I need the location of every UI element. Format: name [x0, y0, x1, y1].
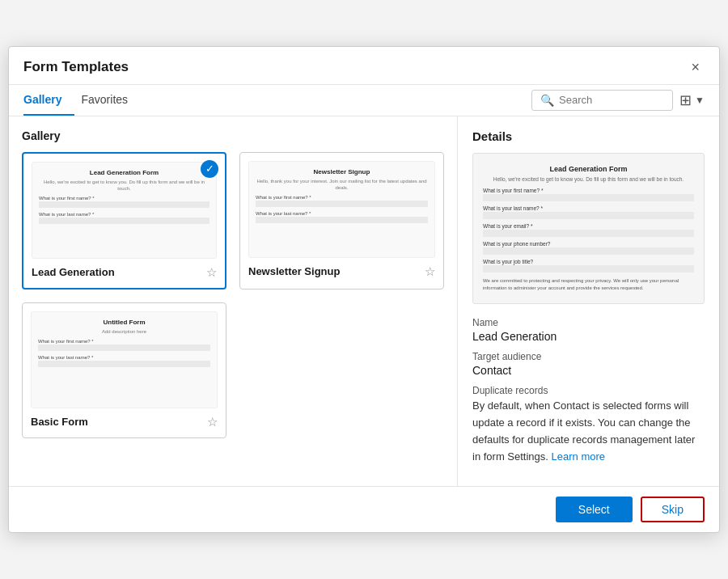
- dialog-header: Form Templates ×: [9, 47, 719, 85]
- search-input[interactable]: [559, 94, 664, 106]
- details-field-group-4: What is your job title?: [483, 259, 694, 273]
- card-name-lead: Lead Generation: [32, 266, 115, 278]
- preview-field-label-fn: What is your first name? *: [39, 196, 210, 201]
- details-form-preview: Lead Generation Form Hello, we're excite…: [472, 153, 705, 305]
- details-field-group-3: What is your phone number?: [483, 241, 694, 255]
- meta-name: Name Lead Generation: [472, 317, 705, 343]
- learn-more-link[interactable]: Learn more: [552, 450, 605, 463]
- details-field-input-3: [483, 247, 694, 255]
- details-privacy-text: We are committed to protecting and respe…: [483, 277, 694, 292]
- preview-title-newsletter: Newsletter Signup: [256, 168, 428, 175]
- search-icon: 🔍: [540, 94, 554, 107]
- details-field-input-0: [483, 194, 694, 201]
- preview-desc-basic: Add description here: [38, 328, 210, 335]
- details-panel: Details Lead Generation Form Hello, we'r…: [458, 116, 719, 487]
- tabs-left: Gallery Favorites: [23, 85, 147, 116]
- card-preview-basic: Untitled Form Add description here What …: [31, 311, 218, 408]
- preview-field-input-b-fn: [38, 344, 210, 351]
- favorite-star-basic[interactable]: ☆: [207, 415, 218, 429]
- details-field-group-2: What is your email? *: [483, 223, 694, 237]
- tab-favorites[interactable]: Favorites: [81, 85, 141, 116]
- meta-duplicate-records-label: Duplicate records: [472, 385, 705, 396]
- preview-field-input-fn: [39, 201, 210, 208]
- preview-title-lead: Lead Generation Form: [39, 169, 210, 176]
- main-content: Gallery ✓ Lead Generation Form Hello, we…: [9, 116, 719, 487]
- preview-field-input-n-fn: [256, 201, 428, 207]
- details-field-input-4: [483, 265, 694, 273]
- chevron-down-icon: ▼: [695, 95, 705, 106]
- duplicate-records-desc: By default, when Contact is selected for…: [472, 398, 705, 465]
- preview-field-label-ln: What is your last name? *: [39, 212, 210, 217]
- view-toggle[interactable]: ⊞ ▼: [679, 91, 705, 109]
- card-name-basic: Basic Form: [31, 416, 88, 428]
- tab-gallery[interactable]: Gallery: [23, 85, 74, 116]
- template-card-basic[interactable]: Untitled Form Add description here What …: [22, 302, 226, 438]
- meta-target-audience-value: Contact: [472, 364, 705, 377]
- favorite-star-lead[interactable]: ☆: [206, 265, 217, 280]
- details-title: Details: [472, 129, 705, 143]
- selected-checkmark: ✓: [201, 160, 218, 178]
- details-field-group-0: What is your first name? *: [483, 188, 694, 201]
- details-field-label-2: What is your email? *: [483, 223, 694, 229]
- gallery-section-title: Gallery: [22, 129, 444, 142]
- preview-desc-lead: Hello, we're excited to get to know you.…: [39, 179, 210, 192]
- details-field-label-4: What is your job title?: [483, 259, 694, 264]
- preview-desc-newsletter: Hello, thank you for your interest. Join…: [256, 178, 428, 192]
- meta-name-label: Name: [472, 317, 705, 328]
- template-card-newsletter[interactable]: Newsletter Signup Hello, thank you for y…: [239, 152, 444, 290]
- preview-field-label-b-ln: What is your last name? *: [38, 355, 210, 360]
- meta-target-audience: Target audience Contact: [472, 351, 705, 377]
- preview-field-input-b-ln: [38, 361, 210, 367]
- dialog-footer: Select Skip: [9, 486, 719, 532]
- select-button[interactable]: Select: [556, 497, 633, 522]
- details-field-input-2: [483, 230, 694, 237]
- details-field-label-0: What is your first name? *: [483, 188, 694, 193]
- gallery-grid: ✓ Lead Generation Form Hello, we're exci…: [22, 152, 444, 438]
- card-preview-newsletter: Newsletter Signup Hello, thank you for y…: [248, 161, 435, 258]
- card-footer-lead: Lead Generation ☆: [32, 265, 217, 280]
- preview-field-input-ln: [39, 218, 210, 224]
- dialog-title: Form Templates: [23, 59, 129, 75]
- skip-button[interactable]: Skip: [641, 497, 705, 522]
- preview-field-label-b-fn: What is your first name? *: [38, 339, 210, 344]
- card-name-newsletter: Newsletter Signup: [248, 265, 340, 277]
- details-field-label-3: What is your phone number?: [483, 241, 694, 247]
- meta-duplicate-records: Duplicate records By default, when Conta…: [472, 385, 705, 465]
- details-field-label-1: What is your last name? *: [483, 205, 694, 211]
- favorite-star-newsletter[interactable]: ☆: [425, 264, 435, 279]
- gallery-panel: Gallery ✓ Lead Generation Form Hello, we…: [9, 116, 458, 487]
- details-form-preview-title: Lead Generation Form: [483, 165, 694, 173]
- details-field-input-1: [483, 212, 694, 219]
- form-templates-dialog: Form Templates × Gallery Favorites 🔍 ⊞ ▼…: [8, 46, 720, 534]
- preview-title-basic: Untitled Form: [38, 319, 210, 326]
- grid-icon: ⊞: [679, 91, 692, 109]
- tabs-right: 🔍 ⊞ ▼: [531, 90, 705, 111]
- card-preview-lead-generation: Lead Generation Form Hello, we're excite…: [32, 162, 217, 259]
- card-footer-newsletter: Newsletter Signup ☆: [248, 264, 435, 279]
- template-card-lead-generation[interactable]: ✓ Lead Generation Form Hello, we're exci…: [22, 152, 226, 290]
- meta-target-audience-label: Target audience: [472, 351, 705, 362]
- preview-field-label-n-ln: What is your last name? *: [256, 211, 428, 216]
- details-form-preview-desc: Hello, we're excited to get to know you.…: [483, 175, 694, 184]
- meta-name-value: Lead Generation: [472, 330, 705, 343]
- search-box[interactable]: 🔍: [531, 90, 673, 111]
- close-button[interactable]: ×: [686, 58, 705, 76]
- preview-field-label-n-fn: What is your first name? *: [256, 195, 428, 200]
- details-field-group-1: What is your last name? *: [483, 205, 694, 219]
- tabs-bar: Gallery Favorites 🔍 ⊞ ▼: [9, 85, 719, 116]
- preview-field-input-n-ln: [256, 217, 428, 223]
- card-footer-basic: Basic Form ☆: [31, 415, 218, 429]
